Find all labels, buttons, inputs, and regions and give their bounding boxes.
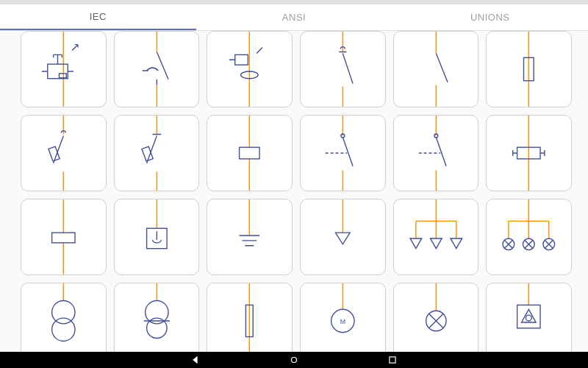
xfmr2-icon [21, 283, 106, 352]
xfmr-auto-icon [115, 283, 199, 352]
inline-box-icon [207, 116, 292, 191]
delta-box-icon [487, 283, 571, 352]
svg-line-20 [257, 48, 262, 54]
three-lamp-icon [487, 199, 571, 275]
svg-line-14 [157, 52, 168, 79]
symbol-isolator-solid[interactable] [393, 115, 479, 191]
cb-sensor-icon [207, 32, 292, 107]
fuse-switch-r-icon [115, 116, 199, 191]
tab-unions[interactable]: UNIONS [392, 4, 588, 30]
svg-rect-112 [390, 357, 395, 363]
svg-rect-59 [52, 233, 75, 243]
svg-line-45 [343, 137, 353, 166]
symbol-fuse-rect[interactable] [486, 31, 572, 107]
symbol-disconnector[interactable] [300, 31, 386, 107]
android-nav-bar [0, 352, 588, 368]
svg-point-92 [52, 301, 75, 324]
symbol-grid: M [21, 31, 572, 352]
svg-point-95 [145, 301, 168, 324]
three-arrow-icon [394, 199, 478, 275]
symbol-switch-break[interactable] [393, 31, 479, 107]
symbol-earth-ground[interactable] [207, 199, 293, 275]
earth-icon [207, 199, 292, 275]
fuse-icon [487, 32, 571, 107]
nav-home-icon[interactable] [289, 355, 299, 365]
symbol-isolator-dashed[interactable] [300, 115, 386, 191]
svg-line-50 [436, 137, 446, 166]
svg-rect-1 [48, 64, 68, 79]
tab-bar: IEC ANSI UNIONS [0, 4, 588, 31]
symbol-disconnector-manual[interactable] [114, 31, 200, 107]
nav-back-icon[interactable] [190, 355, 201, 365]
symbol-delta-in-box[interactable] [486, 283, 572, 352]
symbol-circuit-breaker-sensor[interactable] [207, 31, 293, 107]
svg-rect-39 [142, 146, 153, 161]
tab-iec[interactable]: IEC [0, 4, 196, 30]
symbol-lamp[interactable] [393, 283, 479, 352]
nav-recent-icon[interactable] [387, 355, 398, 365]
svg-point-93 [52, 318, 75, 341]
svg-marker-74 [410, 238, 422, 249]
svg-marker-75 [430, 238, 442, 249]
isolator-dash-icon [301, 116, 385, 191]
symbol-transformer-auto[interactable] [114, 283, 200, 352]
symbol-transformer-two-winding[interactable] [21, 283, 107, 352]
svg-line-24 [343, 53, 353, 83]
switch-break-icon [394, 32, 478, 107]
symbol-circuit-breaker-with-protection[interactable] [21, 31, 107, 107]
svg-point-111 [292, 358, 297, 363]
fuse-contacts-icon [487, 116, 571, 191]
symbol-relay-coil[interactable] [21, 199, 107, 275]
svg-rect-34 [49, 146, 60, 161]
svg-marker-76 [451, 238, 462, 249]
tab-ansi[interactable]: ANSI [196, 4, 392, 30]
disconnector-manual-icon [115, 32, 199, 107]
symbol-fuse-switch-right[interactable] [114, 115, 200, 191]
svg-line-8 [72, 45, 78, 51]
symbol-motor[interactable]: M [300, 283, 386, 352]
tab-label: ANSI [282, 12, 306, 23]
symbol-fuse-switch-left[interactable] [21, 115, 107, 191]
isolator-solid-icon [394, 116, 478, 191]
svg-marker-110 [193, 356, 198, 363]
svg-rect-11 [59, 74, 66, 78]
symbol-fuse-long[interactable] [207, 283, 293, 352]
svg-marker-68 [336, 233, 351, 244]
svg-point-109 [526, 315, 532, 321]
motor-icon: M [301, 283, 385, 352]
symbol-three-arrow-bus[interactable] [393, 199, 479, 275]
arrow-down-icon [301, 199, 385, 275]
relay-coil-icon [21, 199, 106, 275]
disconnector-icon [301, 32, 385, 107]
circuit-breaker-icon [21, 32, 106, 107]
earth-box-icon [115, 199, 199, 275]
svg-rect-41 [240, 147, 259, 159]
motor-letter: M [340, 318, 345, 325]
fuse-switch-l-icon [21, 116, 106, 191]
symbol-arrow-down[interactable] [300, 199, 386, 275]
svg-line-28 [436, 53, 448, 82]
symbol-inline-box[interactable] [207, 115, 293, 191]
tab-label: IEC [90, 11, 107, 22]
svg-rect-18 [235, 54, 248, 65]
tab-label: UNIONS [470, 12, 510, 23]
symbol-three-lamp-bus[interactable] [486, 199, 572, 275]
symbol-fuse-with-contacts[interactable] [486, 115, 572, 191]
lamp-icon [394, 283, 478, 352]
fuse-long-icon [207, 283, 292, 352]
symbol-earth-box[interactable] [114, 199, 200, 275]
